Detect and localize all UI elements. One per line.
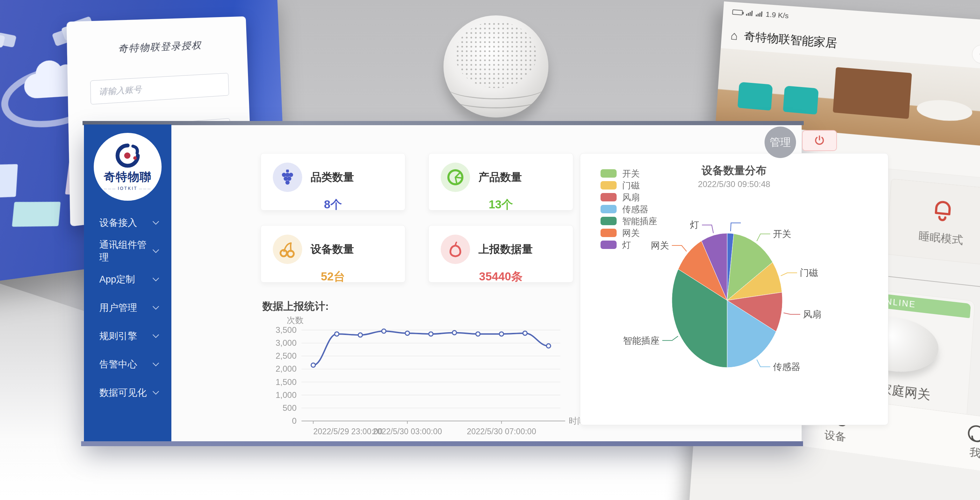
svg-text:2022/5/30 07:00:00: 2022/5/30 07:00:00	[467, 427, 536, 436]
sidebar-item-device-access[interactable]: 设备接入	[84, 208, 171, 237]
mode-label: 睡眠模式	[918, 228, 964, 248]
svg-text:风扇: 风扇	[803, 309, 821, 319]
sidebar: 奇特物聯 IOTKIT 设备接入 通讯组件管理 App定制 用户管理 规则引擎 …	[84, 124, 171, 441]
stat-value: 8个	[273, 197, 393, 213]
svg-text:次数: 次数	[287, 315, 304, 325]
power-button[interactable]	[802, 130, 837, 151]
menu-label: 数据可见化	[99, 386, 154, 399]
stat-value: 35440条	[441, 269, 561, 285]
home-icon[interactable]: ⌂	[730, 28, 738, 42]
svg-text:开关: 开关	[773, 229, 791, 239]
menu-label: 通讯组件管理	[99, 238, 154, 263]
chair	[738, 82, 773, 111]
menu-label: App定制	[99, 273, 154, 286]
svg-text:2022/5/29 23:00:00: 2022/5/29 23:00:00	[313, 427, 383, 436]
stat-card: 设备数量 52台	[261, 225, 406, 283]
smart-speaker-photo	[444, 15, 549, 117]
stat-value: 13个	[441, 197, 561, 213]
kiosk-illustration	[0, 164, 18, 198]
table	[916, 98, 973, 123]
cherries-icon	[273, 235, 302, 264]
kiosk-illustration	[12, 202, 60, 227]
sidebar-item-alert-center[interactable]: 告警中心	[84, 350, 171, 378]
legend-item[interactable]: 开关	[601, 167, 657, 179]
chevron-down-icon	[153, 218, 159, 224]
pear-icon	[441, 235, 470, 264]
logo-title: 奇特物聯	[104, 169, 151, 185]
login-title: 奇特物联登录授权	[89, 38, 228, 57]
net-speed: 1.9 K/s	[765, 10, 789, 20]
dashboard-content: 品类数量 8个 产品数量 13个 设备数量 52台	[171, 124, 802, 441]
svg-text:时间: 时间	[569, 416, 581, 425]
sleep-mode-card[interactable]: 睡眠模式	[886, 179, 980, 266]
svg-text:门磁: 门磁	[800, 267, 818, 278]
chevron-down-icon	[153, 275, 159, 281]
stat-card: 产品数量 13个	[428, 153, 573, 211]
satellite-icon	[0, 33, 5, 48]
svg-text:3,000: 3,000	[275, 338, 297, 348]
svg-text:2,000: 2,000	[275, 364, 297, 373]
menu-label: 设备接入	[99, 216, 154, 229]
manage-floating-button[interactable]: 管理	[765, 127, 796, 158]
pie-chart-card: 设备数量分布 2022/5/30 09:50:48 开关 门磁 风扇 传感器 智…	[580, 153, 888, 425]
account-field[interactable]	[90, 73, 229, 105]
logo: 奇特物聯 IOTKIT	[94, 133, 162, 201]
legend-label: 门磁	[622, 180, 640, 191]
svg-text:1,500: 1,500	[275, 377, 297, 387]
svg-text:网关: 网关	[651, 240, 669, 251]
report-line-chart[interactable]: 次数05001,0001,5002,0002,5003,0003,5002022…	[263, 313, 581, 441]
chair	[783, 86, 818, 115]
sidebar-item-app-custom[interactable]: App定制	[84, 265, 171, 294]
chevron-down-icon	[153, 303, 159, 310]
menu-label: 用户管理	[99, 302, 154, 314]
power-icon	[813, 135, 826, 146]
sidebar-menu: 设备接入 通讯组件管理 App定制 用户管理 规则引擎 告警中心 数据可见化	[84, 208, 171, 406]
svg-text:0: 0	[292, 416, 297, 425]
person-icon	[967, 424, 980, 443]
svg-text:2022/5/30 03:00:00: 2022/5/30 03:00:00	[373, 427, 442, 436]
stat-label: 产品数量	[479, 170, 522, 185]
cabinet	[833, 67, 912, 119]
iotkit-logo-icon	[115, 143, 141, 168]
sidebar-item-rule-engine[interactable]: 规则引擎	[84, 322, 171, 350]
chevron-down-icon	[153, 388, 159, 394]
capsule-menu[interactable]: ••• ◎	[971, 44, 980, 68]
lemon-icon	[441, 163, 470, 192]
svg-text:3,500: 3,500	[275, 325, 297, 335]
device-pie-chart[interactable]: 开关门磁风扇传感器智能插座网关灯	[580, 195, 889, 419]
stat-card: 品类数量 8个	[261, 153, 406, 211]
sidebar-item-comm-components[interactable]: 通讯组件管理	[84, 237, 171, 265]
stat-label: 上报数据量	[479, 242, 533, 257]
signal-bars-icon	[756, 11, 762, 17]
grapes-icon	[273, 163, 302, 192]
svg-text:智能插座: 智能插座	[623, 335, 660, 346]
menu-label: 规则引擎	[99, 330, 154, 342]
legend-item[interactable]: 门磁	[601, 179, 657, 191]
stat-value: 52台	[273, 269, 393, 285]
tab-me[interactable]: 我	[966, 424, 980, 462]
sidebar-item-user-mgmt[interactable]: 用户管理	[84, 294, 171, 322]
signal-bars-icon	[746, 10, 752, 16]
stat-label: 设备数量	[310, 242, 354, 257]
legend-swatch	[601, 181, 617, 189]
iot-dashboard: 奇特物聯 IOTKIT 设备接入 通讯组件管理 App定制 用户管理 规则引擎 …	[84, 124, 802, 441]
svg-text:500: 500	[283, 403, 297, 413]
svg-text:传感器: 传感器	[773, 362, 800, 372]
legend-label: 开关	[622, 168, 640, 179]
tab-label: 设备	[824, 428, 846, 445]
svg-text:1,000: 1,000	[275, 390, 297, 400]
chevron-down-icon	[153, 246, 159, 253]
sidebar-item-data-viz[interactable]: 数据可见化	[84, 378, 171, 406]
menu-label: 告警中心	[99, 358, 154, 371]
panel-bottom-edge	[81, 441, 803, 446]
stat-card: 上报数据量 35440条	[428, 225, 573, 283]
chevron-down-icon	[153, 332, 159, 338]
stat-label: 品类数量	[310, 170, 354, 185]
legend-swatch	[601, 169, 617, 178]
logo-subtitle: IOTKIT	[102, 186, 153, 191]
bell-icon	[926, 197, 959, 225]
line-chart-title: 数据上报统计:	[262, 299, 329, 314]
svg-text:2,500: 2,500	[275, 351, 297, 360]
battery-icon	[732, 9, 743, 15]
svg-text:灯: 灯	[690, 219, 699, 230]
